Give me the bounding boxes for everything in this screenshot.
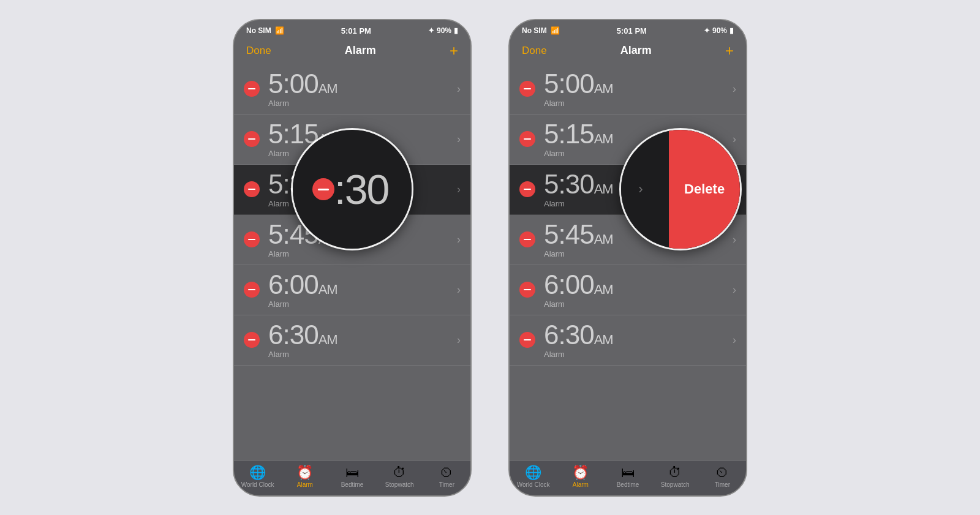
- magnify-time-display: :30: [334, 165, 389, 213]
- alarm-info-r600: 6:00AM Alarm: [544, 271, 733, 309]
- tab-alarm-right[interactable]: ⏰ Alarm: [557, 466, 604, 488]
- tab-stopwatch-left[interactable]: ⏱ Stopwatch: [376, 466, 423, 488]
- tab-bedtime-right[interactable]: 🛏 Bedtime: [604, 466, 651, 488]
- bedtime-label-left: Bedtime: [341, 481, 364, 488]
- magnify-chevron-right: ›: [638, 181, 643, 197]
- tab-world-clock-left[interactable]: 🌐 World Clock: [234, 466, 281, 488]
- done-button-right[interactable]: Done: [522, 45, 547, 57]
- alarm-row-630[interactable]: 6:30AM Alarm ›: [234, 315, 470, 366]
- bluetooth-icon-right: ✦: [704, 26, 710, 35]
- alarm-time-630: 6:30AM: [268, 321, 457, 348]
- add-alarm-button-right[interactable]: +: [725, 43, 734, 58]
- battery-percent-left: 90%: [437, 26, 451, 35]
- tab-bar-right: 🌐 World Clock ⏰ Alarm 🛏 Bedtime ⏱ Stopwa…: [510, 460, 746, 495]
- stopwatch-icon-right: ⏱: [668, 466, 682, 479]
- bedtime-icon-left: 🛏: [345, 466, 359, 479]
- alarm-list-left: 5:00AM Alarm › 5:15AM Alarm › 5:30AM: [234, 64, 470, 460]
- alarm-row-r500[interactable]: 5:00AM Alarm ›: [510, 64, 746, 115]
- world-clock-label-left: World Clock: [241, 481, 274, 488]
- alarm-info-r500: 5:00AM Alarm: [544, 70, 733, 108]
- alarm-time-r500: 5:00AM: [544, 70, 733, 97]
- status-right-left: ✦ 90% ▮: [428, 26, 458, 35]
- timer-icon-right: ⏲: [715, 466, 729, 479]
- delete-minus-r500[interactable]: [519, 81, 535, 97]
- delete-minus-545[interactable]: [244, 231, 260, 247]
- delete-minus-530[interactable]: [244, 181, 260, 197]
- alarm-label-tab-left: Alarm: [297, 481, 313, 488]
- delete-minus-r530[interactable]: [519, 181, 535, 197]
- alarm-row-r600[interactable]: 6:00AM Alarm ›: [510, 265, 746, 315]
- chevron-r600: ›: [733, 284, 736, 296]
- alarm-info-r630: 6:30AM Alarm: [544, 321, 733, 359]
- alarm-label-r600: Alarm: [544, 299, 733, 309]
- magnify-circle-right: › Delete: [619, 128, 742, 250]
- delete-minus-r515[interactable]: [519, 131, 535, 147]
- phone-left: No SIM 📶 5:01 PM ✦ 90% ▮ Done Alarm + 5:…: [233, 19, 472, 497]
- magnify-minus-icon: [312, 178, 334, 200]
- nav-title-right: Alarm: [620, 44, 652, 57]
- timer-icon-left: ⏲: [440, 466, 453, 479]
- status-time-left: 5:01 PM: [341, 26, 371, 36]
- tab-stopwatch-right[interactable]: ⏱ Stopwatch: [652, 466, 699, 488]
- nav-bar-right: Done Alarm +: [510, 39, 746, 64]
- alarm-row-530[interactable]: 5:30AM Alarm › :30: [234, 165, 470, 215]
- battery-icon-left: ▮: [454, 26, 458, 35]
- tab-world-clock-right[interactable]: 🌐 World Clock: [510, 466, 557, 488]
- delete-minus-500[interactable]: [244, 81, 260, 97]
- delete-button-right[interactable]: Delete: [669, 130, 740, 249]
- alarm-label-600: Alarm: [268, 299, 457, 309]
- status-time-right: 5:01 PM: [617, 26, 647, 36]
- chevron-515: ›: [457, 133, 461, 146]
- status-bar-right: No SIM 📶 5:01 PM ✦ 90% ▮: [510, 20, 746, 39]
- tab-timer-left[interactable]: ⏲ Timer: [423, 466, 470, 488]
- phone-right: No SIM 📶 5:01 PM ✦ 90% ▮ Done Alarm + 5:…: [508, 19, 747, 497]
- chevron-r630: ›: [733, 334, 736, 347]
- stopwatch-label-left: Stopwatch: [385, 481, 414, 488]
- alarm-row-r530[interactable]: 5:30AM Alarm › › Delete: [510, 165, 746, 215]
- status-left-left: No SIM 📶: [246, 26, 284, 35]
- alarm-label-630: Alarm: [268, 350, 457, 359]
- bedtime-label-right: Bedtime: [617, 481, 639, 488]
- alarm-row-500[interactable]: 5:00AM Alarm ›: [234, 64, 470, 115]
- alarm-icon-left: ⏰: [296, 466, 313, 479]
- alarm-time-500: 5:00AM: [268, 70, 457, 97]
- alarm-time-600: 6:00AM: [268, 271, 457, 298]
- world-clock-icon-right: 🌐: [525, 466, 541, 479]
- nav-bar-left: Done Alarm +: [234, 39, 470, 64]
- delete-minus-600[interactable]: [244, 282, 260, 298]
- alarm-label-500: Alarm: [268, 99, 457, 108]
- tab-alarm-left[interactable]: ⏰ Alarm: [281, 466, 328, 488]
- done-button-left[interactable]: Done: [246, 45, 271, 57]
- tab-bedtime-left[interactable]: 🛏 Bedtime: [328, 466, 375, 488]
- tab-bar-left: 🌐 World Clock ⏰ Alarm 🛏 Bedtime ⏱ Stopwa…: [234, 460, 470, 495]
- wifi-icon-right: 📶: [551, 26, 560, 35]
- alarm-label-r500: Alarm: [544, 99, 733, 108]
- alarm-row-600[interactable]: 6:00AM Alarm ›: [234, 265, 470, 315]
- alarm-row-r630[interactable]: 6:30AM Alarm ›: [510, 315, 746, 366]
- tab-timer-right[interactable]: ⏲ Timer: [699, 466, 746, 488]
- alarm-info-500: 5:00AM Alarm: [268, 70, 457, 108]
- delete-minus-630[interactable]: [244, 332, 260, 348]
- battery-percent-right: 90%: [712, 26, 727, 35]
- battery-icon-right: ▮: [729, 26, 734, 35]
- alarm-time-r630: 6:30AM: [544, 321, 733, 348]
- delete-minus-r545[interactable]: [519, 231, 535, 247]
- status-right-right: ✦ 90% ▮: [704, 26, 734, 35]
- stopwatch-icon-left: ⏱: [393, 466, 406, 479]
- bluetooth-icon: ✦: [428, 26, 434, 35]
- no-sim-label: No SIM: [246, 26, 271, 35]
- alarm-time-r600: 6:00AM: [544, 271, 733, 298]
- chevron-r500: ›: [733, 83, 736, 96]
- alarm-label-545: Alarm: [268, 249, 457, 258]
- wifi-icon: 📶: [275, 26, 284, 35]
- chevron-630: ›: [457, 334, 461, 347]
- delete-minus-515[interactable]: [244, 131, 260, 147]
- delete-minus-r630[interactable]: [519, 332, 535, 348]
- timer-label-right: Timer: [715, 481, 730, 488]
- magnify-circle-left: :30: [291, 128, 413, 250]
- alarm-icon-right: ⏰: [572, 466, 589, 479]
- delete-minus-r600[interactable]: [519, 282, 535, 298]
- chevron-530: ›: [457, 183, 461, 196]
- magnify-delete-content-right: › Delete: [621, 130, 740, 249]
- add-alarm-button-left[interactable]: +: [450, 43, 458, 58]
